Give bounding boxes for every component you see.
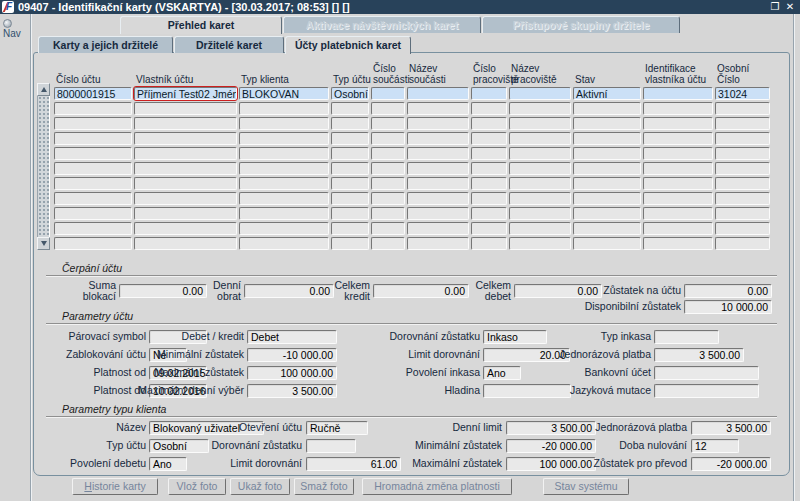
section-title-cerpani-uctu: Čerpání účtu — [62, 262, 122, 274]
maximalni-denni-vyber-field[interactable]: 3 500.00 — [247, 384, 337, 398]
maximalni-zustatek-klient-label: Maximální zůstatek — [386, 458, 502, 469]
table-row: 8000001915Příjmení Test02 Jméno TestBLOK… — [54, 87, 772, 100]
table-cell — [715, 207, 770, 220]
table-cell[interactable]: Příjmení Test02 Jméno Test — [134, 87, 237, 100]
table-cell — [573, 237, 641, 250]
jednorazova-platba-klient-field[interactable]: 3 500.00 — [691, 421, 771, 435]
section-separator — [46, 275, 777, 276]
povoleni-inkasa-label: Povolení inkasa — [364, 367, 480, 378]
table-cell — [239, 132, 329, 145]
table-scrollbar[interactable] — [37, 83, 50, 250]
table-cell — [407, 237, 469, 250]
restore-icon[interactable]: ❐ — [768, 0, 782, 14]
table-cell — [407, 102, 469, 115]
historie-rest: istorie karty — [92, 480, 146, 492]
table-cell — [643, 147, 713, 160]
table-cell — [239, 162, 329, 175]
table-cell — [509, 192, 571, 205]
table-row — [54, 177, 772, 190]
nav-button[interactable]: Nav — [3, 17, 29, 30]
subtab-drzitele-karet[interactable]: Držitelé karet — [174, 36, 284, 53]
jednorazova-platba-label: Jednorázová platba — [534, 349, 651, 360]
disponibilni-zustatek-field[interactable]: 10 000.00 — [684, 300, 772, 314]
table-cell — [54, 177, 132, 190]
table-cell[interactable] — [643, 87, 713, 100]
povoleni-inkasa-field[interactable]: Ano — [483, 366, 521, 380]
scroll-up-button[interactable] — [37, 83, 50, 96]
table-cell — [715, 132, 770, 145]
table-cell[interactable] — [509, 87, 571, 100]
vloz-foto-button[interactable]: Vlož foto — [168, 478, 226, 495]
table-cell — [407, 162, 469, 175]
table-cell — [371, 192, 405, 205]
table-cell — [371, 162, 405, 175]
typ-inkasa-field[interactable] — [654, 330, 719, 344]
table-cell — [134, 177, 237, 190]
smaz-foto-button[interactable]: Smaž foto — [294, 478, 354, 495]
table-cell — [471, 192, 507, 205]
table-cell — [715, 237, 770, 250]
stav-systemu-button[interactable]: Stav systému — [543, 478, 629, 495]
table-cell[interactable]: Aktivní — [573, 87, 641, 100]
tab-aktivace-navstevnickych-karet[interactable]: Aktivace návštěvnických karet — [283, 16, 481, 33]
tab-pristupove-skupiny-drzitele[interactable]: Přístupové skupiny držitele — [482, 16, 680, 33]
table-cell — [509, 102, 571, 115]
historie-accel: H — [84, 480, 92, 492]
table-cell — [643, 192, 713, 205]
bankovni-ucet-field[interactable] — [654, 366, 759, 380]
ukaz-foto-button[interactable]: Ukaž foto — [230, 478, 290, 495]
table-cell[interactable] — [471, 87, 507, 100]
table-cell — [471, 222, 507, 235]
table-cell — [134, 192, 237, 205]
zustatek-pro-prevod-field[interactable]: -20 000.00 — [691, 457, 771, 471]
section-separator — [46, 416, 777, 417]
minimalni-zustatek-field[interactable]: -10 000.00 — [247, 348, 337, 362]
table-cell[interactable] — [371, 87, 405, 100]
historie-karty-button[interactable]: Historie karty — [72, 478, 158, 495]
table-cell — [471, 117, 507, 130]
table-cell — [471, 147, 507, 160]
close-icon[interactable]: ✕ — [783, 0, 797, 14]
jednorazova-platba-field[interactable]: 3 500.00 — [654, 348, 744, 362]
debet-kredit-field[interactable]: Debet — [247, 330, 337, 344]
table-row — [54, 147, 772, 160]
dorovnani-zustatku-klient-field[interactable] — [306, 439, 356, 453]
table-cell — [371, 132, 405, 145]
table-cell — [134, 207, 237, 220]
scroll-down-button[interactable] — [37, 237, 50, 250]
table-cell — [715, 147, 770, 160]
table-cell[interactable]: Osobní — [331, 87, 369, 100]
jazykova-mutace-label: Jazyková mutace — [534, 385, 651, 396]
column-header: Stav — [573, 74, 641, 85]
jazykova-mutace-field[interactable] — [654, 384, 759, 398]
column-header: Identifikace vlastníka účtu — [643, 63, 713, 85]
hromadna-zmena-platnosti-button[interactable]: Hromadná změna platnosti — [362, 478, 512, 495]
table-cell[interactable]: BLOKOVAN — [239, 87, 329, 100]
subtab-ucty-platebnich-karet[interactable]: Účty platebnich karet — [285, 36, 411, 54]
otevreni-uctu-field[interactable]: Ručně — [306, 421, 368, 435]
table-cell — [509, 222, 571, 235]
table-cell — [715, 102, 770, 115]
table-cell[interactable]: 31024 — [715, 87, 770, 100]
table-row — [54, 162, 772, 175]
column-header: Číslo součásti — [371, 63, 405, 85]
doba-nulovani-field[interactable]: 12 — [691, 439, 739, 453]
table-cell — [715, 117, 770, 130]
table-cell[interactable] — [407, 87, 469, 100]
zustatek-na-uctu-field[interactable]: 0.00 — [684, 284, 772, 298]
tab-prehled-karet[interactable]: Přehled karet — [120, 16, 282, 34]
table-cell — [573, 162, 641, 175]
table-cell[interactable]: 8000001915 — [54, 87, 132, 100]
table-cell — [239, 147, 329, 160]
maximalni-zustatek-field[interactable]: 100 000.00 — [247, 366, 337, 380]
subtab-karty-a-jejich-drzitele[interactable]: Karty a jejich držitelé — [38, 36, 173, 53]
table-cell — [573, 132, 641, 145]
table-cell — [54, 222, 132, 235]
table-cell — [331, 117, 369, 130]
maximalni-zustatek-label: Maximální zůstatek — [129, 367, 244, 378]
table-cell — [509, 132, 571, 145]
table-cell — [509, 147, 571, 160]
column-header: Číslo pracoviště — [471, 63, 507, 85]
typ-inkasa-label: Typ inkasa — [534, 331, 651, 342]
povoleni-debetu-field[interactable]: Ano — [149, 457, 187, 471]
